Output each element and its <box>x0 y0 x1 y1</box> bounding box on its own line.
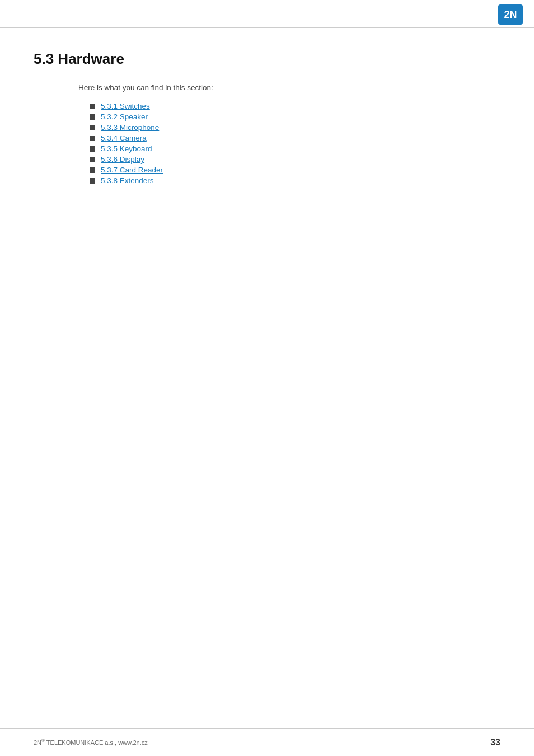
toc-link-3[interactable]: 5.3.3 Microphone <box>101 123 159 132</box>
page-number: 33 <box>490 738 500 748</box>
list-item: 5.3.2 Speaker <box>90 113 500 121</box>
list-item: 5.3.4 Camera <box>90 134 500 142</box>
list-item: 5.3.7 Card Reader <box>90 166 500 174</box>
bullet-icon <box>90 136 95 141</box>
list-item: 5.3.1 Switches <box>90 102 500 110</box>
footer-brand: 2N® TELEKOMUNIKACE a.s., www.2n.cz <box>34 739 148 746</box>
bullet-icon <box>90 178 95 184</box>
toc-list: 5.3.1 Switches5.3.2 Speaker5.3.3 Microph… <box>90 102 500 185</box>
toc-link-8[interactable]: 5.3.8 Extenders <box>101 176 154 185</box>
logo-box: 2N <box>498 4 523 25</box>
footer: 2N® TELEKOMUNIKACE a.s., www.2n.cz 33 <box>0 728 534 756</box>
bullet-icon <box>90 114 95 120</box>
list-item: 5.3.5 Keyboard <box>90 144 500 153</box>
footer-left: 2N® TELEKOMUNIKACE a.s., www.2n.cz <box>34 739 148 746</box>
bullet-icon <box>90 157 95 162</box>
content-area: 5.3 Hardware Here is what you can find i… <box>0 28 534 232</box>
toc-link-5[interactable]: 5.3.5 Keyboard <box>101 144 152 153</box>
list-item: 5.3.6 Display <box>90 155 500 164</box>
logo-text: 2N <box>504 9 517 21</box>
section-title: 5.3 Hardware <box>34 50 500 68</box>
toc-link-2[interactable]: 5.3.2 Speaker <box>101 113 148 121</box>
bullet-icon <box>90 125 95 130</box>
bullet-icon <box>90 104 95 109</box>
toc-link-4[interactable]: 5.3.4 Camera <box>101 134 147 142</box>
intro-text: Here is what you can find in this sectio… <box>78 83 500 92</box>
page-container: 2N 5.3 Hardware Here is what you can fin… <box>0 0 534 756</box>
toc-link-7[interactable]: 5.3.7 Card Reader <box>101 166 163 174</box>
bullet-icon <box>90 146 95 152</box>
toc-link-1[interactable]: 5.3.1 Switches <box>101 102 150 110</box>
header-bar: 2N <box>0 0 534 28</box>
list-item: 5.3.3 Microphone <box>90 123 500 132</box>
bullet-icon <box>90 167 95 173</box>
list-item: 5.3.8 Extenders <box>90 176 500 185</box>
toc-link-6[interactable]: 5.3.6 Display <box>101 155 144 164</box>
